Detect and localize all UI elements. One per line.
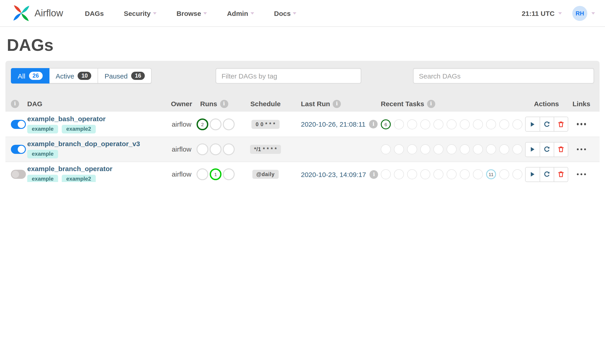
task-status-circle-empty[interactable] — [486, 119, 496, 129]
task-status-circle-empty[interactable] — [394, 169, 404, 179]
chevron-down-icon — [153, 12, 156, 14]
task-status-circle-empty[interactable] — [512, 119, 522, 129]
run-status-circle-success[interactable]: 2 — [196, 118, 208, 130]
nav-item-browse[interactable]: Browse — [177, 9, 207, 17]
run-status-circle-empty[interactable] — [223, 143, 235, 155]
task-status-circle-empty[interactable] — [499, 119, 509, 129]
refresh-dag-button[interactable] — [540, 167, 554, 181]
tag-filter-input[interactable] — [216, 68, 361, 83]
task-status-circle-empty[interactable] — [381, 144, 391, 154]
trigger-dag-button[interactable] — [525, 142, 540, 156]
refresh-dag-button[interactable] — [540, 142, 554, 156]
actions-button-group — [525, 167, 568, 182]
task-status-circle-empty[interactable] — [447, 169, 457, 179]
run-status-circle-running[interactable]: 1 — [210, 168, 221, 180]
dag-pause-toggle[interactable] — [11, 170, 26, 179]
nav-item-docs[interactable]: Docs — [274, 9, 296, 17]
task-status-circle-success[interactable]: 6 — [381, 119, 391, 129]
run-status-circle-empty[interactable] — [210, 118, 221, 130]
task-status-circle-empty[interactable] — [460, 144, 470, 154]
dag-tag[interactable]: example2 — [62, 175, 96, 182]
avatar[interactable]: RH — [572, 6, 587, 21]
dag-tag[interactable]: example2 — [62, 125, 96, 133]
run-status-circle-empty[interactable] — [210, 143, 221, 155]
task-status-circle-empty[interactable] — [473, 144, 483, 154]
delete-dag-button[interactable] — [554, 167, 567, 181]
task-status-circle-empty[interactable] — [420, 119, 430, 129]
task-status-circle-empty[interactable] — [433, 169, 443, 179]
delete-dag-button[interactable] — [554, 142, 567, 156]
task-status-circle-empty[interactable] — [512, 169, 522, 179]
task-status-circle-none[interactable]: 11 — [486, 169, 496, 179]
run-status-circle-empty[interactable] — [196, 168, 208, 180]
task-status-circle-empty[interactable] — [460, 169, 470, 179]
owner-label: airflow — [172, 145, 192, 153]
tab-active[interactable]: Active 10 — [49, 68, 98, 83]
brand-logo[interactable]: Airflow — [13, 5, 63, 22]
dag-pause-toggle[interactable] — [11, 120, 26, 129]
avatar-initials: RH — [576, 10, 584, 17]
column-header-dag[interactable]: DAG — [27, 100, 42, 108]
column-header-last-run[interactable]: Last Run — [301, 100, 330, 108]
chevron-down-icon[interactable] — [591, 12, 595, 14]
task-status-circle-empty[interactable] — [407, 144, 417, 154]
links-ellipsis-button[interactable] — [576, 171, 587, 178]
column-header-recent-tasks[interactable]: Recent Tasks — [381, 100, 424, 108]
task-status-circle-empty[interactable] — [499, 169, 509, 179]
task-status-circle-empty[interactable] — [433, 144, 443, 154]
task-status-circle-empty[interactable] — [420, 144, 430, 154]
task-status-circle-empty[interactable] — [512, 144, 522, 154]
dag-tag[interactable]: example — [27, 125, 58, 133]
schedule-cell: @daily — [242, 170, 289, 179]
refresh-dag-button[interactable] — [540, 117, 554, 131]
task-status-circle-empty[interactable] — [433, 119, 443, 129]
delete-dag-button[interactable] — [554, 117, 567, 131]
task-status-circle-empty[interactable] — [473, 119, 483, 129]
dag-name-link[interactable]: example_branch_dop_operator_v3 — [27, 140, 167, 147]
trigger-dag-button[interactable] — [525, 117, 540, 131]
task-status-circle-empty[interactable] — [486, 144, 496, 154]
run-status-circle-empty[interactable] — [196, 143, 208, 155]
trigger-dag-button[interactable] — [525, 167, 540, 181]
task-status-circle-empty[interactable] — [381, 169, 391, 179]
column-header-runs[interactable]: Runs — [200, 100, 217, 108]
dag-tag[interactable]: example — [27, 175, 58, 182]
airflow-pinwheel-icon — [13, 5, 30, 22]
nav-item-dags[interactable]: DAGs — [85, 9, 104, 17]
nav-item-security[interactable]: Security — [124, 9, 156, 17]
tab-paused[interactable]: Paused 16 — [98, 68, 152, 83]
run-status-circle-empty[interactable] — [223, 118, 235, 130]
task-status-circle-empty[interactable] — [499, 144, 509, 154]
task-status-circle-empty[interactable] — [394, 144, 404, 154]
run-status-circle-empty[interactable] — [223, 168, 235, 180]
task-status-circle-empty[interactable] — [447, 119, 457, 129]
airflow-dags-page: Airflow DAGsSecurityBrowseAdminDocs 21:1… — [0, 0, 605, 182]
column-header-owner[interactable]: Owner — [171, 100, 192, 108]
nav-item-label: Browse — [177, 9, 201, 17]
task-status-circle-empty[interactable] — [473, 169, 483, 179]
nav-item-admin[interactable]: Admin — [227, 9, 254, 17]
toggle-knob — [18, 120, 25, 128]
info-icon: i — [427, 100, 435, 108]
tab-paused-count-badge: 16 — [131, 72, 145, 80]
dag-tag[interactable]: example — [27, 150, 58, 158]
toggle-knob — [18, 146, 25, 153]
task-status-circle-empty[interactable] — [407, 119, 417, 129]
task-status-circle-empty[interactable] — [447, 144, 457, 154]
nav-item-label: Admin — [227, 9, 248, 17]
task-status-circle-empty[interactable] — [394, 119, 404, 129]
dag-name-link[interactable]: example_branch_operator — [27, 165, 167, 172]
dag-name-link[interactable]: example_bash_operator — [27, 115, 167, 122]
column-header-schedule[interactable]: Schedule — [250, 100, 281, 108]
last-run-link[interactable]: 2020-10-23, 14:09:17 — [301, 170, 366, 178]
last-run-link[interactable]: 2020-10-26, 21:08:11 — [301, 120, 366, 128]
task-status-circle-empty[interactable] — [420, 169, 430, 179]
tab-all[interactable]: All 26 — [11, 68, 49, 83]
task-status-circle-empty[interactable] — [407, 169, 417, 179]
links-ellipsis-button[interactable] — [576, 120, 587, 128]
clock-dropdown[interactable]: 21:11 UTC — [522, 9, 562, 17]
task-status-circle-empty[interactable] — [460, 119, 470, 129]
search-dags-input[interactable] — [413, 68, 594, 83]
links-ellipsis-button[interactable] — [576, 146, 587, 153]
dag-pause-toggle[interactable] — [11, 145, 26, 154]
